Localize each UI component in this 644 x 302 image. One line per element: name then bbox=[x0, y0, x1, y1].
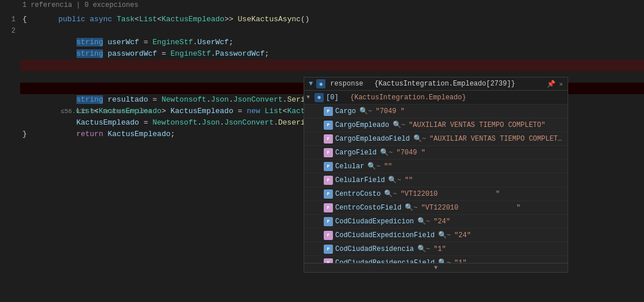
tree-search-icon[interactable]: 🔍~ bbox=[393, 121, 405, 129]
tree-item-value: {KactusIntegration.Empleado} bbox=[342, 94, 466, 102]
tree-search-icon[interactable]: 🔍~ bbox=[380, 148, 393, 157]
code-line: public async Task<List<KactusEmpleado>> … bbox=[20, 2, 644, 14]
tree-search-icon[interactable]: 🔍~ bbox=[413, 134, 426, 143]
code-line: DateTime Fecha = Convert.ToDateTime("201… bbox=[20, 48, 644, 60]
tree-prop-value: "7049 " bbox=[396, 149, 425, 157]
tree-prop-value: "VT122010 " bbox=[421, 204, 520, 212]
tree-prop-name: CodCiudadExpedicion bbox=[335, 218, 414, 226]
tree-search-icon[interactable]: 🔍~ bbox=[438, 231, 451, 239]
debug-tree-row-celular[interactable]: P Celular 🔍~ "" bbox=[304, 160, 568, 173]
tree-expand-icon[interactable]: ▼ bbox=[306, 94, 313, 100]
tree-prop-name: CargoEmpleado bbox=[335, 121, 389, 129]
tree-prop-value: "7049 " bbox=[375, 107, 404, 115]
code-line: { bbox=[20, 14, 644, 25]
tree-prop-name: CodCiudadResidencia bbox=[335, 245, 414, 253]
debug-scroll-down[interactable]: ▼ bbox=[304, 263, 568, 272]
code-line: string passwordWcf = EngineStf.PasswordW… bbox=[20, 37, 644, 48]
tree-field-icon: F bbox=[324, 231, 333, 240]
tree-prop-value: "" bbox=[405, 176, 413, 184]
tree-property-icon: P bbox=[324, 107, 333, 116]
tree-prop-name: CodCiudadResidenciaField bbox=[335, 259, 435, 264]
debug-type-value: {KactusIntegration.Empleado[2739]} bbox=[374, 80, 515, 88]
debug-tree-row-codciudadexpedicionfield[interactable]: F CodCiudadExpedicionField 🔍~ "24" bbox=[304, 229, 568, 242]
tree-search-icon[interactable]: 🔍~ bbox=[417, 245, 430, 253]
tree-prop-value: "AUXILIAR VENTAS TIEMPO COMPLETO" bbox=[409, 121, 546, 129]
tree-search-icon[interactable]: 🔍~ bbox=[388, 176, 401, 184]
tree-prop-name: CelularField bbox=[335, 176, 385, 184]
tree-prop-name: Celular bbox=[335, 162, 364, 171]
debug-close-icon[interactable]: ✕ bbox=[559, 80, 563, 88]
tree-property-icon: P bbox=[324, 162, 333, 171]
tree-field-icon: F bbox=[324, 134, 333, 144]
tree-prop-value: "1" bbox=[434, 245, 446, 253]
debug-pin-icon[interactable]: 📌 bbox=[547, 80, 555, 88]
debug-popup: ▼ ◉ response {KactusIntegration.Empleado… bbox=[304, 77, 568, 273]
debug-tree-row-cargo[interactable]: P Cargo 🔍~ "7049 " bbox=[304, 104, 568, 118]
scroll-down-icon: ▼ bbox=[434, 265, 438, 271]
debug-tree-row-celularfield[interactable]: F CelularField 🔍~ "" bbox=[304, 173, 568, 187]
debug-tree-row-centrocostofield[interactable]: F CentroCostoField 🔍~ "VT122010 " bbox=[304, 201, 568, 215]
tree-prop-value: "24" bbox=[454, 231, 471, 239]
debug-type-icon: ◉ bbox=[316, 79, 325, 88]
debug-variable-name: response bbox=[330, 80, 363, 88]
tree-search-icon[interactable]: 🔍~ bbox=[417, 217, 430, 226]
tree-prop-name: Cargo bbox=[335, 107, 356, 115]
debug-tree-row-centrocosto[interactable]: P CentroCosto 🔍~ "VT122010 " bbox=[304, 187, 568, 201]
debug-tree-row-cargoempleado[interactable]: P CargoEmpleado 🔍~ "AUXILIAR VENTAS TIEM… bbox=[304, 118, 568, 132]
debug-tree: ▼ ◉ [0] {KactusIntegration.Empleado} P C… bbox=[304, 91, 568, 263]
tree-prop-name: CargoField bbox=[335, 149, 377, 157]
debug-expand-icon[interactable]: ▼ bbox=[309, 80, 313, 88]
tree-prop-name: CentroCosto bbox=[335, 190, 381, 198]
tree-prop-value: "1" bbox=[454, 259, 467, 264]
tree-property-icon: P bbox=[324, 217, 333, 226]
debug-tree-row-codciudadexpedicion[interactable]: P CodCiudadExpedicion 🔍~ "24" bbox=[304, 215, 568, 229]
tree-field-icon: F bbox=[324, 176, 333, 185]
tree-field-icon: F bbox=[324, 148, 333, 157]
tree-search-icon[interactable]: 🔍~ bbox=[367, 162, 380, 171]
code-line: string userWcf = EngineStf.UserWcf; bbox=[20, 25, 644, 37]
tree-prop-name: CargoEmpleadoField bbox=[335, 135, 410, 143]
tree-property-icon: P bbox=[324, 245, 333, 254]
tree-property-icon: P bbox=[324, 121, 333, 130]
tree-search-icon[interactable]: 🔍~ bbox=[438, 258, 451, 263]
debug-tree-root-row[interactable]: ▼ ◉ [0] {KactusIntegration.Empleado} bbox=[304, 91, 568, 104]
tree-prop-value: "24" bbox=[434, 218, 450, 226]
debug-tree-row-cargofield[interactable]: F CargoField 🔍~ "7049 " bbox=[304, 146, 568, 160]
debug-header: ▼ ◉ response {KactusIntegration.Empleado… bbox=[304, 78, 568, 91]
tree-item-index: [0] bbox=[326, 94, 339, 102]
tree-field-icon: F bbox=[324, 203, 333, 212]
debug-tree-row-codciudadresidencia[interactable]: P CodCiudadResidencia 🔍~ "1" bbox=[304, 242, 568, 256]
tree-property-icon: P bbox=[324, 189, 333, 199]
tree-prop-value: "AUXILIAR VENTAS TIEMPO COMPLETO" bbox=[430, 135, 565, 143]
tree-field-icon: F bbox=[324, 258, 333, 264]
tree-search-icon[interactable]: 🔍~ bbox=[405, 203, 417, 212]
debug-type-label bbox=[367, 80, 371, 88]
debug-tree-row-cargoempleadofield[interactable]: F CargoEmpleadoField 🔍~ "AUXILIAR VENTAS… bbox=[304, 132, 568, 146]
tree-type-icon: ◉ bbox=[315, 93, 324, 102]
line-numbers: 1 2 bbox=[0, 0, 20, 302]
tree-prop-value: "" bbox=[384, 162, 392, 171]
tree-prop-name: CentroCostoField bbox=[335, 204, 401, 212]
tree-search-icon[interactable]: 🔍~ bbox=[384, 189, 397, 198]
tree-prop-value: "VT122010 " bbox=[400, 190, 500, 198]
tree-search-icon[interactable]: 🔍~ bbox=[359, 107, 372, 115]
debug-tree-row-codciudadresidenciafield[interactable]: F CodCiudadResidenciaField 🔍~ "1" bbox=[304, 256, 568, 263]
code-line-highlighted: ● KactusIntegration.KWsGhst2Client wsGhs… bbox=[20, 60, 644, 71]
tree-prop-name: CodCiudadExpedicionField bbox=[335, 231, 435, 239]
